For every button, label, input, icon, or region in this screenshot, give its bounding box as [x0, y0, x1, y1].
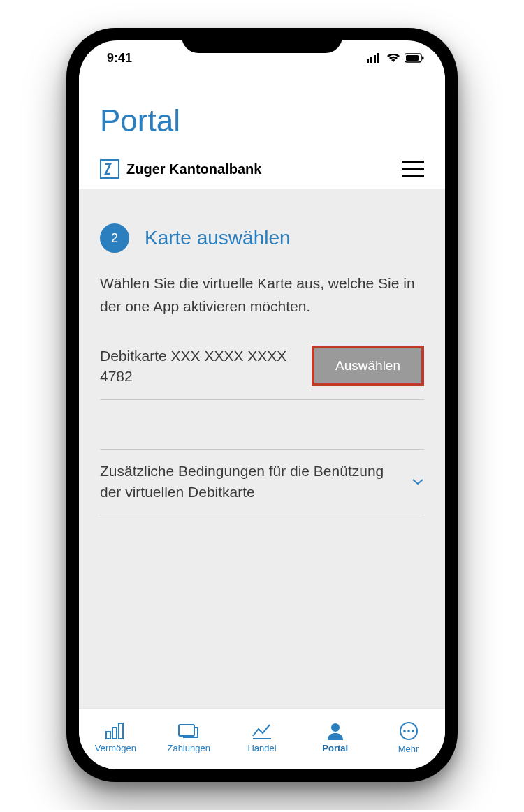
- tab-label: Mehr: [398, 744, 419, 754]
- more-icon: [399, 721, 419, 741]
- bank-name: Zuger Kantonalbank: [126, 161, 261, 177]
- svg-point-13: [403, 730, 406, 732]
- svg-rect-5: [406, 55, 419, 61]
- conditions-label: Zusätzliche Bedingungen für die Benützun…: [100, 461, 412, 503]
- svg-rect-0: [367, 59, 369, 63]
- battery-icon: [405, 53, 424, 63]
- svg-rect-8: [112, 728, 117, 739]
- page-title: Portal: [100, 103, 424, 138]
- step-header: 2 Karte auswählen: [100, 223, 424, 253]
- card-label: Debitkarte XXX XXXX XXXX 4782: [100, 346, 312, 387]
- step-description: Wählen Sie die virtuelle Karte aus, welc…: [100, 272, 424, 318]
- svg-point-15: [412, 730, 414, 732]
- tab-portal[interactable]: Portal: [298, 722, 372, 753]
- menu-button[interactable]: [402, 161, 424, 177]
- bank-logo-icon: [100, 159, 119, 179]
- select-button-highlight: Auswählen: [312, 346, 424, 386]
- step-number-badge: 2: [100, 223, 129, 253]
- tab-more[interactable]: Mehr: [372, 721, 445, 754]
- svg-rect-7: [106, 732, 110, 739]
- svg-point-14: [407, 730, 410, 732]
- phone-notch: [182, 28, 342, 53]
- svg-rect-1: [370, 57, 372, 63]
- svg-rect-6: [422, 57, 424, 60]
- select-card-button[interactable]: Auswählen: [314, 348, 421, 383]
- tab-trade[interactable]: Handel: [226, 722, 299, 753]
- trade-icon: [252, 722, 272, 740]
- screen: 9:41 Portal Zuger: [79, 40, 445, 769]
- content-area: 2 Karte auswählen Wählen Sie die virtuel…: [79, 189, 445, 708]
- svg-point-11: [331, 723, 340, 732]
- card-row: Debitkarte XXX XXXX XXXX 4782 Auswählen: [100, 339, 424, 400]
- status-indicators: [367, 53, 424, 63]
- tab-label: Zahlungen: [167, 743, 210, 753]
- cellular-icon: [367, 53, 382, 63]
- svg-rect-10: [179, 725, 194, 736]
- tab-payments[interactable]: Zahlungen: [152, 722, 226, 753]
- page-header: Portal: [79, 75, 445, 152]
- payments-icon: [177, 722, 200, 740]
- bank-header: Zuger Kantonalbank: [79, 152, 445, 189]
- phone-frame: 9:41 Portal Zuger: [66, 28, 458, 782]
- portal-icon: [326, 722, 344, 740]
- tab-label: Vermögen: [95, 743, 136, 753]
- bank-brand: Zuger Kantonalbank: [100, 159, 261, 179]
- svg-rect-3: [377, 53, 379, 63]
- step-title: Karte auswählen: [145, 227, 291, 249]
- wifi-icon: [386, 53, 400, 63]
- tab-wealth[interactable]: Vermögen: [79, 722, 152, 753]
- wealth-icon: [105, 722, 126, 740]
- tab-label: Portal: [322, 743, 348, 753]
- tab-bar: Vermögen Zahlungen Handel Portal: [79, 708, 445, 769]
- conditions-toggle[interactable]: Zusätzliche Bedingungen für die Benützun…: [100, 450, 424, 515]
- svg-rect-9: [119, 723, 123, 739]
- status-time: 9:41: [107, 51, 132, 66]
- chevron-down-icon: [412, 478, 424, 486]
- svg-rect-2: [374, 55, 376, 63]
- tab-label: Handel: [247, 743, 276, 753]
